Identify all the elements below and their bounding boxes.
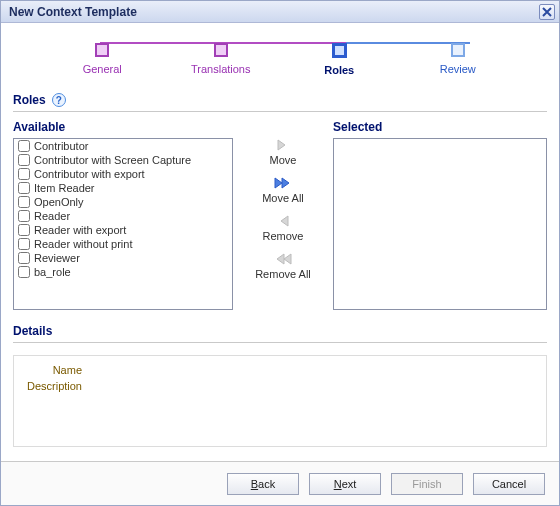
role-checkbox[interactable] [18, 210, 30, 222]
role-checkbox[interactable] [18, 224, 30, 236]
finish-label: Finish [412, 478, 441, 490]
step-review[interactable]: Review [399, 43, 518, 75]
list-item[interactable]: Reviewer [14, 251, 232, 265]
dialog-content: General Translations Roles Review Roles … [1, 23, 559, 461]
cancel-button[interactable]: Cancel [473, 473, 545, 495]
section-header: Roles ? [13, 93, 547, 107]
list-item[interactable]: Contributor [14, 139, 232, 153]
section-title: Roles [13, 93, 46, 107]
step-label: Roles [324, 64, 354, 76]
list-item[interactable]: ba_role [14, 265, 232, 279]
step-general[interactable]: General [43, 43, 162, 75]
dialog: New Context Template General Translation… [0, 0, 560, 506]
details-panel: Name Description [13, 355, 547, 447]
step-box-icon [332, 43, 347, 58]
role-checkbox[interactable] [18, 182, 30, 194]
back-button[interactable]: Back [227, 473, 299, 495]
list-item[interactable]: OpenOnly [14, 195, 232, 209]
details-name-label: Name [26, 364, 86, 376]
remove-all-label: Remove All [255, 268, 311, 280]
divider [13, 342, 547, 343]
move-label: Move [270, 154, 297, 166]
close-icon [542, 7, 552, 17]
role-label: Reviewer [34, 252, 80, 264]
close-button[interactable] [539, 4, 555, 20]
selected-label: Selected [333, 120, 547, 134]
role-label: Contributor with export [34, 168, 145, 180]
available-label: Available [13, 120, 233, 134]
details-description-row: Description [26, 380, 534, 392]
step-label: General [83, 63, 122, 75]
list-item[interactable]: Contributor with export [14, 167, 232, 181]
remove-all-button[interactable]: Remove All [255, 252, 311, 280]
chevron-left-icon [272, 214, 294, 228]
role-checkbox[interactable] [18, 140, 30, 152]
role-label: Item Reader [34, 182, 95, 194]
step-roles[interactable]: Roles [280, 43, 399, 76]
titlebar: New Context Template [1, 1, 559, 23]
role-label: Contributor with Screen Capture [34, 154, 191, 166]
available-column: Available ContributorContributor with Sc… [13, 120, 233, 310]
list-item[interactable]: Reader [14, 209, 232, 223]
double-chevron-right-icon [272, 176, 294, 190]
remove-button[interactable]: Remove [263, 214, 304, 242]
move-all-button[interactable]: Move All [262, 176, 304, 204]
list-item[interactable]: Contributor with Screen Capture [14, 153, 232, 167]
step-box-icon [451, 43, 465, 57]
details-name-row: Name [26, 364, 534, 376]
selected-listbox[interactable] [333, 138, 547, 310]
role-checkbox[interactable] [18, 238, 30, 250]
remove-label: Remove [263, 230, 304, 242]
finish-button: Finish [391, 473, 463, 495]
next-button[interactable]: Next [309, 473, 381, 495]
details-header: Details [13, 324, 547, 338]
step-translations[interactable]: Translations [162, 43, 281, 75]
transfer-buttons: Move Move All Remove [241, 120, 325, 310]
selected-column: Selected [333, 120, 547, 310]
details-description-label: Description [26, 380, 86, 392]
role-checkbox[interactable] [18, 154, 30, 166]
list-item[interactable]: Reader with export [14, 223, 232, 237]
wizard-steps: General Translations Roles Review [43, 35, 517, 83]
list-item[interactable]: Item Reader [14, 181, 232, 195]
move-button[interactable]: Move [270, 138, 297, 166]
role-label: Reader with export [34, 224, 126, 236]
list-item[interactable]: Reader without print [14, 237, 232, 251]
role-label: OpenOnly [34, 196, 84, 208]
dialog-title: New Context Template [9, 5, 539, 19]
move-all-label: Move All [262, 192, 304, 204]
chevron-right-icon [272, 138, 294, 152]
role-checkbox[interactable] [18, 266, 30, 278]
double-chevron-left-icon [272, 252, 294, 266]
role-label: Contributor [34, 140, 88, 152]
step-box-icon [95, 43, 109, 57]
divider [13, 111, 547, 112]
step-label: Review [440, 63, 476, 75]
role-label: Reader without print [34, 238, 132, 250]
roles-row: Available ContributorContributor with Sc… [13, 120, 547, 310]
role-checkbox[interactable] [18, 196, 30, 208]
details-title: Details [13, 324, 52, 338]
step-box-icon [214, 43, 228, 57]
role-checkbox[interactable] [18, 252, 30, 264]
role-label: ba_role [34, 266, 71, 278]
available-listbox[interactable]: ContributorContributor with Screen Captu… [13, 138, 233, 310]
role-checkbox[interactable] [18, 168, 30, 180]
button-bar: Back Next Finish Cancel [1, 461, 559, 505]
step-label: Translations [191, 63, 251, 75]
help-icon[interactable]: ? [52, 93, 66, 107]
role-label: Reader [34, 210, 70, 222]
cancel-label: Cancel [492, 478, 526, 490]
